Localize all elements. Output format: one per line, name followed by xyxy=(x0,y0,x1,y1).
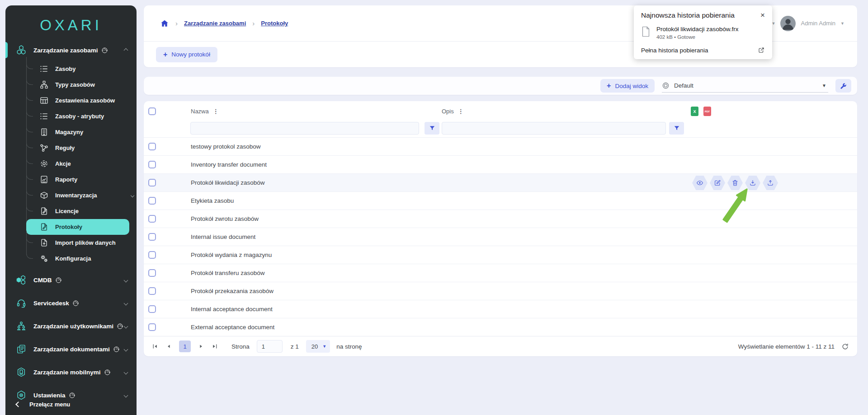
sidebar-item-raporty[interactable]: Raporty xyxy=(26,172,137,187)
current-page-button[interactable]: 1 xyxy=(179,340,191,352)
sidebar-section-zarzadzanie-uzytkownikami[interactable]: Zarządzanie użytkownikami xyxy=(5,317,137,336)
row-name-cell: Etykieta zasobu xyxy=(191,192,234,210)
sidebar-item-licencje[interactable]: Licencje xyxy=(26,203,137,219)
view-preset-select[interactable]: Default ▼ xyxy=(662,79,828,93)
filter-input-opis[interactable] xyxy=(442,122,666,135)
column-menu-icon[interactable]: ⋮ xyxy=(458,108,464,115)
downloaded-file-item[interactable]: Protokół likwidacji zasobów.frx 402 kB •… xyxy=(641,26,765,40)
sidebar-item-zestawienia-zasobow[interactable]: Zestawienia zasobów xyxy=(26,93,137,108)
row-checkbox[interactable] xyxy=(148,323,156,331)
filter-input-nazwa[interactable] xyxy=(190,122,419,135)
column-menu-icon[interactable]: ⋮ xyxy=(213,108,219,115)
column-header-opis[interactable]: Opis⋮ xyxy=(442,101,464,121)
edit-icon xyxy=(714,179,721,187)
export-pdf-icon[interactable]: PDF xyxy=(703,107,711,116)
upload-icon xyxy=(767,179,774,187)
edit-button[interactable] xyxy=(710,176,725,190)
gauge-icon xyxy=(113,346,120,353)
delete-button[interactable] xyxy=(727,176,743,190)
table-row[interactable]: Internal acceptance document xyxy=(144,300,857,318)
download-history-popup: Najnowsza historia pobierania × Protokół… xyxy=(634,5,772,59)
download-popup-title: Najnowsza historia pobierania xyxy=(641,11,735,19)
license-icon xyxy=(40,207,48,215)
view-preset-value: Default xyxy=(674,82,693,89)
row-checkbox[interactable] xyxy=(148,305,156,313)
items-summary: Wyświetlanie elementów 1 - 11 z 11 xyxy=(738,343,835,350)
download-button[interactable] xyxy=(745,176,760,190)
home-icon[interactable] xyxy=(160,19,169,28)
table-row[interactable]: External acceptance document xyxy=(144,318,857,336)
inventory-icon xyxy=(40,191,48,200)
row-checkbox[interactable] xyxy=(148,251,156,259)
row-checkbox[interactable] xyxy=(148,215,156,223)
previous-page-icon[interactable] xyxy=(165,343,172,350)
refresh-icon[interactable] xyxy=(841,343,849,350)
sidebar-section-zarzadzanie-dokumentami[interactable]: Zarządzanie dokumentami xyxy=(5,340,137,359)
filter-button-opis[interactable] xyxy=(669,122,684,135)
page-of-label: z 1 xyxy=(291,343,299,350)
row-checkbox[interactable] xyxy=(148,197,156,205)
filter-button-nazwa[interactable] xyxy=(425,122,439,135)
view-icon xyxy=(696,179,703,187)
sidebar-section-zarzadzanie-mobilnymi[interactable]: Zarządzanie mobilnymi xyxy=(5,363,137,382)
full-history-link[interactable]: Pełna historia pobierania xyxy=(641,47,708,54)
sidebar-item-zasoby[interactable]: Zasoby xyxy=(26,61,137,77)
sidebar-section-cmdb[interactable]: CMDB xyxy=(5,270,137,289)
new-protocol-label: Nowy protokół xyxy=(171,51,210,58)
row-checkbox[interactable] xyxy=(148,233,156,241)
user-menu-chevron-icon[interactable]: ▼ xyxy=(840,21,844,26)
row-name-cell: Protokół wydania z magazynu xyxy=(191,246,272,264)
table-row[interactable]: Inventory transfer document xyxy=(144,155,857,173)
page-number-input[interactable] xyxy=(257,340,283,353)
column-header-nazwa[interactable]: Nazwa⋮ xyxy=(191,101,219,121)
sidebar-toggle-menu[interactable]: Przełącz menu xyxy=(5,393,137,415)
table-row[interactable]: Protokół likwidacji zasobów xyxy=(144,173,857,191)
sidebar-item-konfiguracja[interactable]: Konfiguracja xyxy=(26,251,137,266)
sidebar-item-magazyny[interactable]: Magazyny xyxy=(26,124,137,140)
new-protocol-button[interactable]: + Nowy protokół xyxy=(156,47,217,62)
sidebar-item-akcje[interactable]: Akcje xyxy=(26,156,137,172)
table-row[interactable]: Internal issue document xyxy=(144,228,857,246)
page-size-select[interactable]: 20 ▼ xyxy=(306,340,330,353)
table-settings-button[interactable] xyxy=(835,79,851,93)
sidebar-item-inwentaryzacja[interactable]: Inwentaryzacja xyxy=(26,187,137,203)
sidebar-item-zasoby-atrybuty[interactable]: Zasoby - atrybuty xyxy=(26,108,137,124)
last-page-icon[interactable] xyxy=(212,343,218,350)
logo: OXARI xyxy=(5,5,137,41)
upload-button[interactable] xyxy=(763,176,778,190)
table-row[interactable]: Etykieta zasobu xyxy=(144,191,857,210)
sidebar-item-reguly[interactable]: Reguły xyxy=(26,140,137,156)
sidebar-item-label: Konfiguracja xyxy=(55,255,91,262)
breadcrumb-link-protokoly[interactable]: Protokoły xyxy=(261,20,288,27)
chevron-down-icon xyxy=(124,301,128,305)
view-button[interactable] xyxy=(692,176,708,190)
row-actions xyxy=(692,176,778,190)
row-checkbox[interactable] xyxy=(148,143,156,150)
sidebar-item-protokoly[interactable]: Protokoły xyxy=(26,219,129,235)
add-view-button[interactable]: + Dodaj widok xyxy=(600,79,655,93)
row-checkbox[interactable] xyxy=(148,161,156,168)
export-excel-icon[interactable]: X xyxy=(691,107,698,116)
row-checkbox[interactable] xyxy=(148,179,156,187)
table-row[interactable]: Protokół transferu zasobów xyxy=(144,264,857,282)
row-name-cell: Inventory transfer document xyxy=(191,156,267,174)
sidebar-section-zarzadzanie-zasobami[interactable]: Zarządzanie zasobami xyxy=(5,41,137,60)
sidebar-section-servicedesk[interactable]: Servicedesk xyxy=(5,294,137,312)
row-checkbox[interactable] xyxy=(148,287,156,295)
breadcrumb-link-zarzadzanie-zasobami[interactable]: Zarządzanie zasobami xyxy=(184,20,246,27)
table-row[interactable]: Protokół przekazania zasobów xyxy=(144,282,857,300)
row-name-cell: Protokół transferu zasobów xyxy=(191,264,265,282)
sidebar-section-label: CMDB xyxy=(33,277,52,284)
table-row[interactable]: Protokół wydania z magazynu xyxy=(144,246,857,264)
sidebar-item-import-plikow-danych[interactable]: Import plików danych xyxy=(26,235,137,251)
close-icon[interactable]: × xyxy=(760,11,765,19)
row-checkbox[interactable] xyxy=(148,269,156,277)
external-link-icon[interactable] xyxy=(758,47,765,54)
table-row[interactable]: Protokół zwrotu zasobów xyxy=(144,210,857,228)
table-row[interactable]: testowy protokol zasobow xyxy=(144,137,857,155)
sidebar-item-typy-zasobow[interactable]: Typy zasobów xyxy=(26,77,137,93)
select-all-checkbox[interactable] xyxy=(148,107,156,115)
avatar[interactable] xyxy=(780,16,796,31)
next-page-icon[interactable] xyxy=(198,343,204,350)
first-page-icon[interactable] xyxy=(152,343,158,350)
